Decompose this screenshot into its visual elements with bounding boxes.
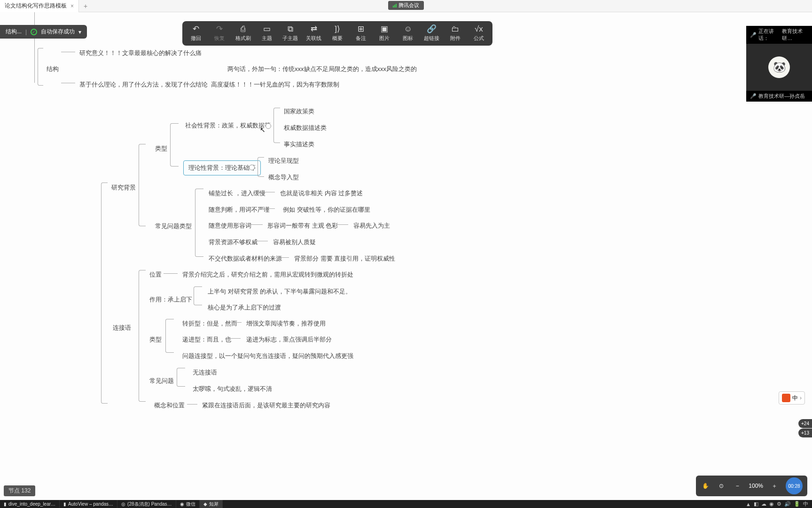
system-tray[interactable]: ▲ ◧ ☁ ◉ ⚙ 🔊 🔋 中 <box>746 500 812 508</box>
zoom-in-button[interactable]: ＋ <box>770 481 779 491</box>
close-tab-icon[interactable]: × <box>70 3 74 9</box>
node-conn-problems[interactable]: 常见问题 <box>148 376 176 386</box>
formula-button[interactable]: √x公式 <box>467 24 491 43</box>
icon-button[interactable]: ☺图标 <box>396 24 420 43</box>
side-pill-b[interactable]: +13 <box>798 429 812 437</box>
node-p1d[interactable]: 也就是说非相关 内容 过多赘述 <box>278 188 365 198</box>
node-structure[interactable]: 结构 <box>45 64 61 74</box>
node-p3d2[interactable]: 容易先入为主 <box>351 221 392 231</box>
meeting-video-tile[interactable]: 🐼 <box>746 44 812 91</box>
node-p5d[interactable]: 背景部分 需要 直接引用，证明权威性 <box>292 254 397 264</box>
node-cp1[interactable]: 无连接语 <box>191 367 219 378</box>
node-f1[interactable]: 上半句 对研究背景 的承认，下半句暴露问题和不足。 <box>206 286 353 297</box>
subtopic-icon: ⧉ <box>288 25 293 33</box>
meeting-participant-name: 🎤 教育技术研—孙贞岳 <box>746 91 812 102</box>
node-auth-data[interactable]: 权威数据描述类 <box>282 123 328 133</box>
node-connector[interactable]: 连接语 <box>111 323 133 333</box>
tray-icon[interactable]: 🔊 <box>784 501 791 507</box>
taskbar-item[interactable]: ◎(28条消息) Pandas… <box>117 500 176 508</box>
node-ct1[interactable]: 转折型：但是，然而 <box>180 318 239 329</box>
node-two-sentences[interactable]: 两句话，外加一句：传统xxx缺点不足局限之类的，造成xxx风险之类的 <box>226 64 419 74</box>
node-theory-present[interactable]: 理论呈现型 <box>266 156 301 166</box>
node-type[interactable]: 类型 <box>153 143 169 154</box>
meeting-speaking: 🎤 正在讲话： 教育技术研… <box>746 26 812 44</box>
link-button[interactable]: 🔗超链接 <box>420 24 444 43</box>
app-icon: ▮ <box>63 501 66 507</box>
relation-icon: ⇄ <box>311 25 317 33</box>
node-p4[interactable]: 背景资源不够权威 <box>207 237 259 247</box>
node-p2[interactable]: 随意判断，用词不严谨 <box>207 205 272 215</box>
node-position-d[interactable]: 背景介绍完之后，研究介绍之前，需用从宏观转到微观的转折处 <box>180 270 355 280</box>
tencent-meeting-badge[interactable]: 腾讯会议 <box>388 1 424 10</box>
tray-icon[interactable]: 🔋 <box>794 501 800 507</box>
subtopic-button[interactable]: ⧉子主题 <box>279 24 302 43</box>
node-concept-intro[interactable]: 概念导入型 <box>266 172 301 183</box>
node-p3d[interactable]: 形容词一般带有 主观 色彩 <box>265 221 340 231</box>
side-pill-a[interactable]: +24 <box>798 419 812 428</box>
collapse-toggle[interactable] <box>265 123 271 129</box>
toolbar: ↶撤回 ↷恢复 ⎙格式刷 ▭主题 ⧉子主题 ⇄关联线 ]⟩概要 ⊞备注 ▣图片 … <box>182 21 492 46</box>
taskbar-item[interactable]: ▮AutoView – pandas… <box>60 500 117 508</box>
node-function[interactable]: 作用：承上启下 <box>148 294 194 305</box>
taskbar-item[interactable]: ▮dive_into_deep_lear… <box>0 500 60 508</box>
node-position[interactable]: 位置 <box>148 270 164 280</box>
tray-icon[interactable]: ▲ <box>746 501 751 507</box>
tray-icon[interactable]: ⚙ <box>777 501 781 507</box>
node-significance[interactable]: 研究意义！！！文章最最核心的解决了什么痛 <box>78 48 203 58</box>
collapse-toggle[interactable] <box>249 165 255 170</box>
tray-icon[interactable]: 中 <box>803 500 808 508</box>
taskbar-item[interactable]: ◆知犀 <box>200 500 223 508</box>
tray-icon[interactable]: ☁ <box>761 501 766 507</box>
topic-button[interactable]: ▭主题 <box>255 24 278 43</box>
node-conn-type[interactable]: 类型 <box>148 334 164 345</box>
node-common-problems[interactable]: 常见问题类型 <box>153 221 194 231</box>
node-concept-pos[interactable]: 概念和位置 <box>152 400 187 411</box>
record-timer[interactable]: 00:28 <box>786 477 803 494</box>
node-p2d[interactable]: 例如 突破性等，你的证据在哪里 <box>281 205 372 215</box>
node-policy[interactable]: 国家政策类 <box>282 106 316 117</box>
node-social-bg[interactable]: 社会性背景：政策，权威数据等 <box>183 120 273 131</box>
node-ct3[interactable]: 问题连接型，以一个疑问句充当连接语，疑问的预期代入感更强 <box>180 351 355 361</box>
zoom-out-button[interactable]: − <box>733 481 742 491</box>
node-p1[interactable]: 铺垫过长 ，进入缓慢 <box>207 188 267 198</box>
format-painter-button[interactable]: ⎙格式刷 <box>231 24 255 43</box>
chevron-right-icon: › <box>800 395 802 401</box>
chevron-down-icon[interactable]: ▾ <box>78 29 81 35</box>
relation-button[interactable]: ⇄关联线 <box>302 24 326 43</box>
node-concept-pos-d[interactable]: 紧跟在连接语后面，是该研究最主要的研究内容 <box>200 400 332 411</box>
node-background[interactable]: 研究背景 <box>109 183 138 193</box>
image-button[interactable]: ▣图片 <box>373 24 396 43</box>
node-p4d[interactable]: 容易被别人质疑 <box>271 237 318 247</box>
mouse-cursor-icon: ↖ <box>260 126 265 134</box>
redo-button[interactable]: ↷恢复 <box>208 24 231 43</box>
taskbar-item[interactable]: ◉微信 <box>176 500 200 508</box>
summary-button[interactable]: ]⟩概要 <box>326 24 349 43</box>
hand-tool-icon[interactable]: ✋ <box>701 481 710 491</box>
chrome-icon: ◎ <box>121 501 125 507</box>
undo-button[interactable]: ↶撤回 <box>184 24 208 43</box>
cmd-icon: ▮ <box>4 501 7 507</box>
node-refine[interactable]: 高度凝练！！！一针见血的写，因为有字数限制 <box>209 79 341 90</box>
node-ct1d[interactable]: 增强文章阅读节奏，推荐使用 <box>244 318 328 329</box>
node-p5[interactable]: 不交代数据或者材料的来源 <box>207 254 284 264</box>
meeting-panel[interactable]: 🎤 正在讲话： 教育技术研… 🐼 🎤 教育技术研—孙贞岳 <box>746 26 812 102</box>
add-tab-button[interactable]: + <box>79 2 92 10</box>
mindmap-canvas[interactable]: 结构 研究意义！！！文章最最核心的解决了什么痛 两句话，外加一句：传统xxx缺点… <box>0 12 812 500</box>
document-tab[interactable]: 论文结构化写作思路模板 × <box>0 0 79 12</box>
tencent-meeting-label: 腾讯会议 <box>398 2 419 9</box>
attach-button[interactable]: 🗀附件 <box>444 24 467 43</box>
node-fact-desc[interactable]: 事实描述类 <box>282 139 316 150</box>
sogou-icon <box>782 394 790 402</box>
tray-icon[interactable]: ◉ <box>769 501 774 507</box>
locate-icon[interactable]: ⊙ <box>717 481 726 491</box>
node-method[interactable]: 基于什么理论，用了什么方法，发现了什么结论 <box>78 79 210 90</box>
mic-icon: 🎤 <box>750 32 757 38</box>
node-cp2[interactable]: 太啰嗦，句式凌乱，逻辑不清 <box>191 384 274 394</box>
node-ct2d[interactable]: 递进为标志，重点强调后半部分 <box>244 334 334 345</box>
tray-icon[interactable]: ◧ <box>754 501 758 507</box>
node-p3[interactable]: 随意使用形容词 <box>207 221 253 231</box>
node-f2[interactable]: 核心是为了承上启下的过渡 <box>206 302 283 313</box>
note-button[interactable]: ⊞备注 <box>349 24 373 43</box>
node-ct2[interactable]: 递进型：而且，也 <box>180 334 233 345</box>
ime-indicator[interactable]: 中 › <box>779 391 805 405</box>
